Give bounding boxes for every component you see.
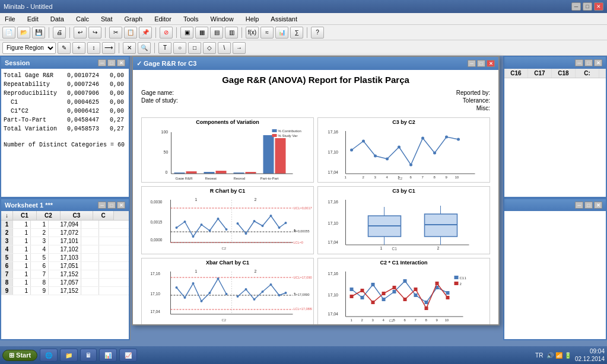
menu-editor[interactable]: Editor <box>152 14 174 24</box>
title-bar-buttons: ─ □ ✕ <box>571 2 603 11</box>
svg-text:1: 1 <box>195 197 198 202</box>
svg-text:Repeat: Repeat <box>205 177 217 180</box>
formula-button[interactable]: f(x) <box>246 27 259 39</box>
session-row-part: Part-To-Part 0,0458447 0,27 <box>4 116 126 124</box>
copy-button[interactable]: 📋 <box>124 27 137 39</box>
rt-close[interactable]: ✕ <box>594 59 602 66</box>
redo-button[interactable]: ↪ <box>88 27 101 39</box>
graph-button[interactable]: 📊 <box>275 27 288 39</box>
arrow-button[interactable]: → <box>233 42 246 54</box>
taskbar-right: TR 🔊 📶 🔋 09:04 02.12.2014 <box>535 347 605 363</box>
session-close[interactable]: ✕ <box>117 59 125 66</box>
new-button[interactable]: 📄 <box>2 27 15 39</box>
rb-close[interactable]: ✕ <box>594 202 602 209</box>
circle-button[interactable]: ○ <box>173 42 186 54</box>
toolbar-btn-a[interactable]: ▣ <box>180 27 193 39</box>
svg-point-63 <box>237 222 239 225</box>
menu-stat[interactable]: Stat <box>98 14 115 24</box>
poly-button[interactable]: ◇ <box>203 42 216 54</box>
minimize-button[interactable]: ─ <box>571 2 581 11</box>
undo-button[interactable]: ↩ <box>74 27 87 39</box>
right-bottom-title: ─ □ ✕ <box>504 199 606 211</box>
stop-button[interactable]: ⊘ <box>160 27 173 39</box>
start-button[interactable]: ⊞ Start <box>2 350 37 361</box>
toolbar-btn-d[interactable]: ▥ <box>225 27 238 39</box>
gage-minimize[interactable]: ─ <box>468 60 476 67</box>
figure-btn-4[interactable]: ⟶ <box>102 42 115 54</box>
figure-btn-3[interactable]: ↕ <box>87 42 100 54</box>
toolbar-btn-c[interactable]: ▤ <box>210 27 223 39</box>
maximize-button[interactable]: □ <box>583 2 592 11</box>
figure-region-dropdown[interactable]: Figure Region <box>2 42 56 54</box>
menu-edit[interactable]: Edit <box>25 14 41 24</box>
help-button[interactable]: ? <box>311 27 324 39</box>
separator-f2 <box>154 43 155 53</box>
right-ws-header: C16 C17 C18 C: <box>504 69 606 78</box>
open-button[interactable]: 📂 <box>17 27 30 39</box>
menu-window[interactable]: Window <box>208 14 236 24</box>
close-button[interactable]: ✕ <box>594 2 603 11</box>
ws-close[interactable]: ✕ <box>117 202 125 209</box>
paste-button[interactable]: 📌 <box>139 27 152 39</box>
separator-7 <box>307 27 307 38</box>
svg-text:9: 9 <box>446 175 448 179</box>
print-button[interactable]: 🖨 <box>53 27 66 39</box>
rect-button[interactable]: □ <box>188 42 201 54</box>
text-button[interactable]: T <box>158 42 171 54</box>
calc-button[interactable]: ≈ <box>260 27 274 39</box>
app-title: Minitab - Untitled <box>4 3 53 10</box>
zoom-button[interactable]: 🔍 <box>138 42 151 54</box>
stat-button[interactable]: ∑ <box>290 27 303 39</box>
svg-rect-132 <box>414 293 418 297</box>
rt-maximize[interactable]: □ <box>584 59 593 66</box>
ws-maximize[interactable]: □ <box>107 202 116 209</box>
save-button[interactable]: 💾 <box>32 27 45 39</box>
svg-text:1: 1 <box>465 276 467 280</box>
taskbar-calc-button[interactable]: 🖩 <box>80 349 97 362</box>
svg-point-111 <box>262 290 264 293</box>
cut-button[interactable]: ✂ <box>109 27 122 39</box>
taskbar-chart-button[interactable]: 📈 <box>119 349 137 362</box>
menu-assistant[interactable]: Assistant <box>268 14 300 24</box>
menu-calc[interactable]: Calc <box>74 14 91 24</box>
session-minimize[interactable]: ─ <box>98 59 106 66</box>
ws-header-c2: C2 <box>37 211 61 220</box>
svg-point-26 <box>350 149 353 152</box>
rb-minimize[interactable]: ─ <box>575 202 583 209</box>
session-maximize[interactable]: □ <box>107 59 116 66</box>
figure-btn-2[interactable]: + <box>72 42 85 54</box>
svg-text:1: 1 <box>380 246 383 250</box>
worksheet-title-bar: Worksheet 1 *** ─ □ ✕ <box>1 199 129 211</box>
taskbar-folder-button[interactable]: 📁 <box>60 349 78 362</box>
right-panels: ─ □ ✕ C16 C17 C18 C: ─ □ ✕ <box>503 56 607 340</box>
line-button[interactable]: \ <box>218 42 231 54</box>
menu-file[interactable]: File <box>2 14 18 24</box>
chart-5-title: Xbar Chart by C1 <box>143 260 312 266</box>
taskbar-excel-button[interactable]: 📊 <box>99 349 117 362</box>
session-row-c1: C1 0,0004625 0,00 <box>4 98 126 107</box>
svg-point-57 <box>192 235 195 238</box>
svg-text:17,16: 17,16 <box>328 272 339 276</box>
svg-point-110 <box>253 298 256 301</box>
figure-btn-5[interactable]: ✕ <box>123 42 136 54</box>
menu-tools[interactable]: Tools <box>181 14 201 24</box>
title-bar: Minitab - Untitled ─ □ ✕ <box>0 0 607 13</box>
menu-help[interactable]: Help <box>243 14 262 24</box>
svg-text:17,04: 17,04 <box>328 170 339 174</box>
svg-point-113 <box>278 294 281 296</box>
rh-c18: C18 <box>552 69 576 78</box>
rb-maximize[interactable]: □ <box>584 202 593 209</box>
chart-3-svg: 0,0030 0,0015 0,0000 <box>143 195 312 251</box>
gage-close[interactable]: ✕ <box>487 60 495 67</box>
svg-text:17,04: 17,04 <box>328 240 339 244</box>
svg-point-68 <box>278 226 281 229</box>
rt-minimize[interactable]: ─ <box>575 59 583 66</box>
figure-btn-1[interactable]: ✎ <box>58 42 71 54</box>
menu-graph[interactable]: Graph <box>122 14 145 24</box>
svg-rect-145 <box>446 296 450 299</box>
gage-maximize[interactable]: □ <box>477 60 485 67</box>
ws-minimize[interactable]: ─ <box>98 202 106 209</box>
toolbar-btn-b[interactable]: ▦ <box>195 27 208 39</box>
menu-data[interactable]: Data <box>48 14 66 24</box>
taskbar-ie-button[interactable]: 🌐 <box>40 349 58 362</box>
